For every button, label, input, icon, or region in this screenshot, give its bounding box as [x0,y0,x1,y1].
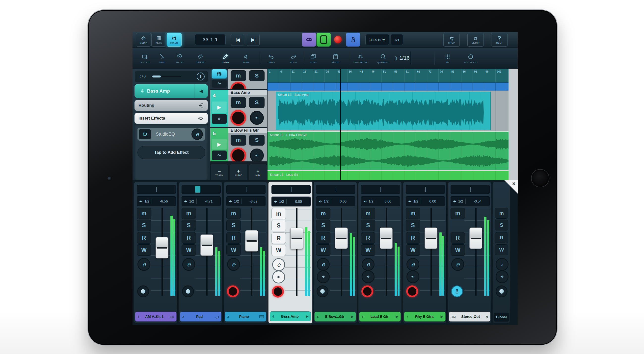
mixer-button[interactable]: MIXER [167,33,182,46]
channel-edit-button[interactable]: e [362,258,374,271]
track-row-e-bow-fills-gtr[interactable]: 5 ▶ E Bow Fills Gtr m S [210,128,267,161]
tool-copy[interactable]: COPY [305,50,322,66]
cycle-region-bar[interactable] [268,82,508,91]
volume-fader[interactable] [380,228,392,249]
mute-button[interactable]: m [406,208,420,219]
global-record-button[interactable] [496,286,508,297]
channel-label[interactable]: 1/2 Stereo-Out ◀ [449,312,490,322]
mute-button[interactable]: m [272,208,286,219]
global-solo-button[interactable]: S [495,220,508,231]
volume-fader[interactable] [156,237,168,259]
channel-edit-button[interactable]: e [272,258,285,271]
write-automation-button[interactable]: W [316,244,330,256]
keys-button[interactable]: KEYS [151,33,166,46]
record-arm-button[interactable] [272,286,284,298]
record-arm-button[interactable] [230,82,246,89]
monitor-button[interactable] [272,271,285,284]
insert-effects-button[interactable]: Insert Effects [134,113,208,124]
solo-button[interactable]: S [406,220,420,231]
mixer-channel-3[interactable]: 1/2 -3.09 m S R We 3 Piano [224,182,267,323]
write-automation-button[interactable]: W [137,244,151,256]
channel-edit-button[interactable]: e [406,258,419,271]
write-automation-button[interactable]: W [272,245,286,256]
add-audio-track-button[interactable]: +AUDIO [230,164,248,182]
selected-track-button[interactable]: 4 Bass Amp ◀ [134,84,208,98]
mute-button[interactable]: m [361,208,375,219]
tool-draw[interactable]: DRAW [217,50,234,66]
tool-redo[interactable]: REDO [285,50,302,66]
write-automation-button[interactable]: W [226,244,241,256]
tempo-display[interactable]: 118.0 BPM [365,34,389,45]
read-automation-button[interactable]: R [450,232,465,244]
monitor-button[interactable] [250,111,264,125]
monitor-button[interactable] [406,270,419,283]
volume-fader[interactable] [200,234,213,256]
freeze-icon[interactable] [212,79,227,88]
pan-control[interactable] [361,185,400,194]
time-position-display[interactable]: 33.1.1 [195,34,226,45]
write-automation-button[interactable]: W [182,244,196,256]
tool-grid[interactable]: 1/4 [439,50,456,66]
mixer-channel-5[interactable]: 1/2 0.00 m S R We 5 E Bow...Gtr ▶ [313,182,357,323]
pan-control[interactable] [272,185,310,194]
tool-paste[interactable]: PASTE [327,50,344,66]
channel-output-routing[interactable]: 1/2 0.00 [272,197,310,206]
add-effect-button[interactable]: Tap to Add Effect [138,146,205,159]
channel-output-routing[interactable]: 1/2 -6.56 [137,196,176,206]
record-arm-button[interactable] [362,286,373,297]
record-arm-button[interactable] [316,286,328,297]
channel-output-routing[interactable]: 1/2 -4.71 [182,196,221,206]
mute-button[interactable]: m [230,97,246,108]
tool-select[interactable]: SELECT [136,50,154,66]
mixer-channel-4[interactable]: 1/2 0.00 m S R We 4 Bass Amp ▶ [268,182,312,323]
cycle-button[interactable] [302,33,316,46]
home-button[interactable] [531,169,550,187]
volume-fader[interactable] [424,228,438,249]
solo-button[interactable]: S [316,220,330,231]
channel-label[interactable]: 1 AM V..Kit 1 [135,312,176,322]
channel-label[interactable]: 5 E Bow...Gtr ▶ [314,312,356,322]
read-automation-button[interactable]: R [406,232,420,244]
read-automation-button[interactable]: R [272,232,286,244]
solo-button[interactable]: S [249,70,264,81]
routing-button[interactable]: Routing [134,100,208,111]
mute-button[interactable]: m [450,208,465,219]
tool-glue[interactable]: GLUE [171,50,188,66]
mute-button[interactable]: m [137,208,151,219]
playhead-cursor[interactable] [340,69,341,180]
tool-quantize[interactable]: QUANTIZE [374,50,392,66]
mixer-channel-7[interactable]: 1/2 0.00 m S R We 7 Rhy E Gtrs ▶ [403,182,446,323]
mixer-channel-2[interactable]: 1/2 -4.71 m S R We 2 Pad [179,182,222,323]
mute-button[interactable]: m [316,208,330,219]
channel-edit-button[interactable]: e [451,258,464,271]
channel-label[interactable]: 3 Piano [225,312,266,322]
setup-button[interactable]: SETUP [468,33,484,46]
solo-button[interactable]: S [249,97,264,108]
track-monitor-triangle[interactable]: ▶ [212,139,227,150]
read-automation-button[interactable]: R [182,232,196,244]
tool-rec-mode[interactable]: REC MODE [462,50,479,66]
record-button[interactable] [334,36,342,43]
pan-control[interactable] [450,185,490,194]
solo-button[interactable]: S [361,220,375,231]
global-write-button[interactable]: W [495,244,508,255]
solo-button[interactable]: S [272,220,286,231]
track-monitor-triangle[interactable]: ▶ [212,101,227,113]
global-automation-icon[interactable]: ♪ [496,258,508,271]
channel-output-routing[interactable]: 1/2 -0.54 [450,196,490,206]
record-arm-button[interactable] [227,286,239,297]
pan-control[interactable] [182,185,221,194]
tool-mute[interactable]: MUTE [238,50,255,66]
pan-control[interactable] [226,185,266,194]
audio-clip-bass-amp[interactable]: Smear LE - Bass Amp [276,92,491,130]
mixer-global-strip[interactable]: m S R W ♪ Global [493,182,510,323]
record-arm-button[interactable] [230,148,246,161]
track-name[interactable]: E Bow Fills Gtr [228,128,267,133]
pan-control[interactable] [316,185,355,194]
effect-power-button[interactable] [139,129,151,139]
channel-output-routing[interactable]: 1/2 -3.09 [226,196,266,206]
mixer-channel-1[interactable]: 1/2 -6.56 m S R We 1 AM V..Kit 1 [134,182,178,323]
channel-output-routing[interactable]: 1/2 0.00 [361,196,400,206]
arrange-area[interactable]: 1611162126313641465156616671768186919610… [268,69,518,180]
media-button[interactable]: MEDIA [136,33,151,46]
